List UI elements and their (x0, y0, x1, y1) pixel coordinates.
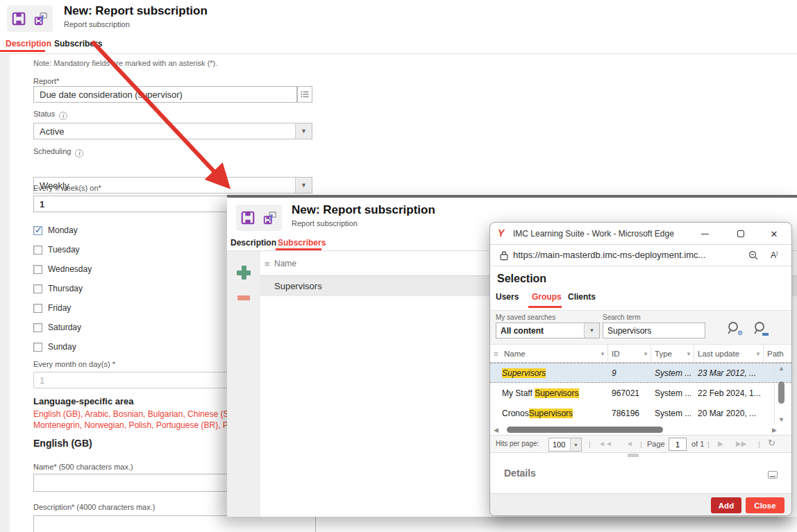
scheduling-info-icon[interactable]: i (75, 149, 83, 157)
monday-checkbox[interactable] (33, 226, 42, 235)
saturday-checkbox[interactable] (33, 323, 42, 332)
scrollbar-thumb[interactable] (507, 427, 663, 433)
chevron-down-icon[interactable]: ▼ (584, 323, 599, 338)
close-button[interactable]: Close (746, 497, 785, 513)
column-label: ID (612, 350, 620, 358)
checkbox-tuesday[interactable]: Tuesday (33, 244, 80, 255)
save-bar-icon (762, 333, 769, 336)
saved-searches-select[interactable]: All content ▼ (496, 323, 600, 338)
add-subscriber-icon[interactable] (237, 266, 251, 280)
table-row[interactable]: Supervisors 9 System ... 23 Mar 2012, ..… (490, 363, 791, 383)
checkbox-monday[interactable]: Monday (33, 225, 78, 236)
search-term-input[interactable] (603, 323, 705, 338)
table-row[interactable]: My Staff Supervisors 967021 System ... 2… (490, 384, 791, 404)
read-aloud-icon[interactable]: A) (771, 250, 778, 260)
description-textarea[interactable] (33, 515, 316, 532)
scrollbar-thumb[interactable] (778, 381, 785, 404)
chevron-down-icon[interactable]: ▼ (295, 123, 312, 139)
report-input[interactable] (33, 86, 297, 103)
checkbox-friday[interactable]: Friday (33, 302, 71, 314)
list-picker-icon (301, 91, 309, 98)
tab-subscribers[interactable]: Subscribers (278, 238, 326, 248)
column-id[interactable]: ID▼ (608, 345, 651, 363)
maximize-button[interactable] (735, 228, 747, 239)
friday-checkbox[interactable] (33, 304, 42, 313)
save-and-close-button[interactable] (33, 11, 49, 26)
table-row[interactable]: CronosSupervisors 786196 System ... 20 M… (490, 404, 791, 424)
splitter-handle[interactable] (628, 454, 639, 457)
tuesday-checkbox[interactable] (33, 246, 42, 255)
status-select[interactable]: Active ▼ (33, 123, 312, 139)
chevron-down-icon[interactable]: ▼ (295, 178, 312, 193)
tab-subscribers[interactable]: Subscribers (54, 39, 102, 49)
column-path[interactable]: Path (764, 345, 791, 363)
drag-handle-icon[interactable]: ≡ (265, 259, 270, 269)
name-column-header[interactable]: Name (274, 259, 296, 268)
separator: | (707, 440, 710, 448)
page-number-input[interactable] (669, 438, 687, 451)
vertical-scrollbar[interactable]: ▲ ▼ (774, 363, 788, 424)
scroll-right-icon[interactable]: ▶ (772, 427, 777, 434)
sunday-checkbox[interactable] (33, 343, 42, 352)
zoom-out-icon[interactable] (748, 250, 759, 261)
previous-page-button[interactable]: ◄ (626, 440, 633, 447)
last-page-button[interactable]: ▶▶ (736, 440, 746, 447)
day-label: Thursday (48, 284, 83, 293)
hits-per-page-select[interactable]: 100 ▼ (548, 438, 582, 452)
refresh-icon[interactable]: ↻ (768, 438, 775, 448)
collapse-details-icon[interactable] (768, 471, 778, 479)
minimize-button[interactable] (698, 228, 711, 239)
tab-users[interactable]: Users (496, 292, 519, 302)
search-settings-button[interactable]: ⚙ (726, 320, 743, 337)
saved-searches-value: All content (501, 326, 544, 336)
edge-popup-window: Y IMC Learning Suite - Work - Microsoft … (489, 222, 792, 516)
add-button[interactable]: Add (711, 497, 741, 513)
column-name[interactable]: Name▼ (501, 345, 608, 363)
address-bar[interactable]: https://main-masterdb.imc-ms-deployment.… (490, 245, 791, 266)
horizontal-scrollbar[interactable]: ◀ ▶ (490, 425, 791, 435)
first-page-button[interactable]: ◄◄ (598, 440, 612, 447)
checkbox-wednesday[interactable]: Wednesday (33, 264, 92, 275)
chevron-down-icon[interactable]: ▼ (570, 438, 581, 451)
scroll-down-icon[interactable]: ▼ (778, 416, 785, 423)
page-subtitle: Report subscription (64, 20, 130, 28)
scrollbar-track[interactable] (504, 427, 764, 434)
save-and-close-button[interactable] (262, 210, 278, 225)
wednesday-checkbox[interactable] (33, 265, 42, 274)
day-label: Tuesday (48, 245, 80, 255)
thursday-checkbox[interactable] (33, 284, 42, 293)
status-info-icon[interactable]: i (59, 112, 67, 120)
filter-icon[interactable]: ▼ (755, 351, 761, 357)
language-links-line2[interactable]: Montenegrin, Norwegian, Polish, Portugue… (33, 420, 242, 430)
next-page-button[interactable]: ▶ (718, 440, 723, 447)
cell-last-update: 20 Mar 2020, ... (698, 409, 762, 418)
status-label: Statusi (33, 110, 67, 120)
checkbox-saturday[interactable]: Saturday (33, 322, 81, 333)
tab-groups[interactable]: Groups (532, 292, 562, 302)
tab-description[interactable]: Description (6, 39, 51, 49)
save-search-button[interactable] (753, 320, 769, 337)
save-icon (240, 210, 255, 225)
tab-description[interactable]: Description (230, 238, 276, 248)
remove-subscriber-icon[interactable] (237, 295, 250, 300)
tab-clients[interactable]: Clients (568, 292, 596, 302)
column-last-update[interactable]: Last update▼ (694, 345, 764, 363)
filter-icon[interactable]: ▼ (643, 351, 648, 357)
checkbox-thursday[interactable]: Thursday (33, 283, 83, 294)
scroll-left-icon[interactable]: ◀ (494, 427, 498, 434)
column-type[interactable]: Type▼ (651, 345, 694, 363)
save-button[interactable] (11, 11, 26, 26)
active-tab-indicator (0, 50, 45, 52)
save-button[interactable] (240, 210, 255, 225)
scroll-up-icon[interactable]: ▲ (778, 365, 785, 372)
drag-handle-icon[interactable]: ≡ (490, 345, 501, 363)
filter-icon[interactable]: ▼ (600, 351, 605, 357)
report-picker-button[interactable] (297, 86, 312, 103)
filter-icon[interactable]: ▼ (686, 351, 691, 357)
language-links-line1[interactable]: English (GB), Arabic, Bosnian, Bulgarian… (33, 409, 242, 419)
separator: | (758, 440, 760, 448)
url-text[interactable]: https://main-masterdb.imc-ms-deployment.… (513, 250, 705, 260)
close-window-button[interactable]: ✕ (768, 228, 780, 239)
checkbox-sunday[interactable]: Sunday (33, 341, 76, 352)
window-titlebar[interactable]: Y IMC Learning Suite - Work - Microsoft … (490, 223, 791, 245)
